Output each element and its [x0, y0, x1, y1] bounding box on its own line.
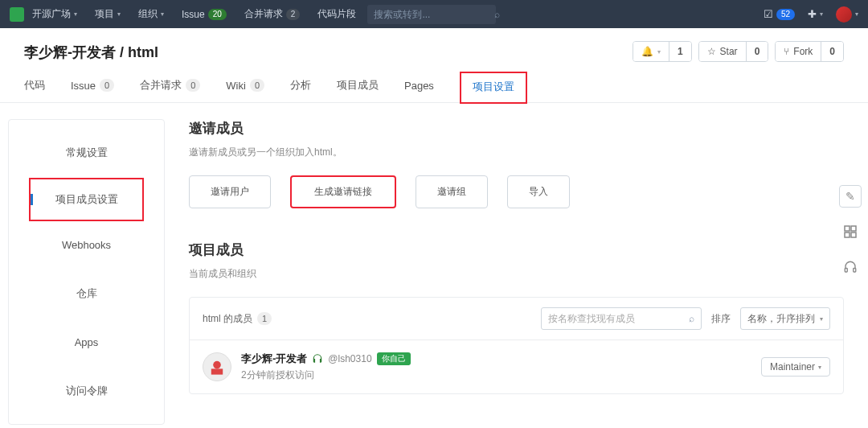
svg-rect-4 — [845, 269, 847, 273]
main-area: 常规设置 项目成员设置 Webhooks 仓库 Apps 访问令牌 邀请成员 邀… — [0, 103, 868, 428]
tab-code[interactable]: 代码 — [24, 78, 45, 102]
fork-icon: ⑂ — [784, 46, 789, 57]
notify-count[interactable]: 1 — [669, 42, 691, 61]
member-avatar[interactable] — [203, 352, 231, 381]
tab-members[interactable]: 项目成员 — [337, 78, 379, 102]
svg-rect-2 — [845, 233, 850, 237]
logo-icon[interactable] — [10, 7, 24, 22]
user-menu[interactable]: ▾ — [836, 6, 858, 23]
nav-orgs[interactable]: 组织▾ — [138, 7, 164, 21]
member-meta: 2分钟前授权访问 — [241, 368, 411, 382]
self-tag: 你自己 — [377, 352, 411, 365]
star-action[interactable]: ☆Star 0 — [698, 41, 769, 62]
chevron-down-icon: ▾ — [161, 10, 164, 18]
sort-select[interactable]: 名称，升序排列▾ — [740, 307, 830, 330]
todo-count-badge: 52 — [776, 9, 795, 20]
members-subtitle: 当前成员和组织 — [189, 267, 844, 281]
top-navbar: 开源广场▾ 项目▾ 组织▾ Issue20 合并请求2 代码片段 ⌕ ☑ 52 … — [0, 0, 868, 28]
repo-header: 🔔▾ 1 ☆Star 0 ⑂Fork 0 李少辉-开发者 / html — [0, 28, 868, 62]
invite-title: 邀请成员 — [189, 119, 844, 138]
chevron-down-icon: ▾ — [820, 10, 823, 18]
float-rail: ✎ — [839, 185, 862, 278]
nav-items: 开源广场▾ 项目▾ 组织▾ Issue20 合并请求2 代码片段 — [32, 7, 356, 21]
search-input[interactable] — [374, 9, 494, 20]
member-filter-input[interactable] — [548, 313, 689, 324]
invite-user-button[interactable]: 邀请用户 — [189, 175, 271, 208]
side-webhooks[interactable]: Webhooks — [9, 221, 164, 269]
chevron-down-icon: ▾ — [117, 10, 121, 18]
bell-icon: 🔔 — [641, 46, 653, 57]
issue-count-badge: 20 — [208, 9, 227, 20]
side-apps[interactable]: Apps — [9, 319, 164, 366]
chevron-down-icon: ▾ — [818, 364, 821, 371]
global-search[interactable]: ⌕ — [367, 5, 496, 24]
tab-wiki[interactable]: Wiki0 — [226, 78, 264, 102]
nav-issue[interactable]: Issue20 — [182, 9, 227, 20]
tab-settings[interactable]: 项目设置 — [460, 72, 527, 104]
svg-rect-3 — [851, 233, 856, 237]
svg-rect-0 — [845, 226, 850, 231]
tab-pages[interactable]: Pages — [404, 78, 434, 102]
member-filter[interactable]: ⌕ — [541, 307, 702, 330]
headphone-icon — [312, 353, 323, 364]
invite-subtitle: 邀请新成员或另一个组织加入html。 — [189, 146, 844, 159]
avatar — [836, 6, 852, 23]
todo-button[interactable]: ☑ 52 — [764, 8, 795, 20]
member-name[interactable]: 李少辉-开发者 — [241, 352, 307, 366]
invite-link-button[interactable]: 生成邀请链接 — [290, 175, 396, 208]
role-select[interactable]: Maintainer▾ — [761, 357, 830, 377]
member-handle: @lsh0310 — [328, 353, 371, 364]
side-members[interactable]: 项目成员设置 — [29, 178, 144, 221]
repo-tabs: 代码 Issue0 合并请求0 Wiki0 分析 项目成员 Pages 项目设置 — [0, 62, 868, 103]
member-count-badge: 1 — [257, 312, 272, 325]
merge-count-badge: 2 — [286, 9, 301, 20]
settings-sidebar: 常规设置 项目成员设置 Webhooks 仓库 Apps 访问令牌 — [8, 119, 165, 425]
search-icon: ⌕ — [494, 9, 500, 20]
star-icon: ☆ — [707, 46, 716, 57]
members-panel: html 的成员 1 ⌕ 排序 名称，升序排列▾ 李少辉-开发者 — [189, 297, 844, 394]
tab-merge[interactable]: 合并请求0 — [140, 78, 200, 102]
plus-icon: ✚ — [808, 8, 817, 20]
import-button[interactable]: 导入 — [507, 175, 570, 208]
nav-merge[interactable]: 合并请求2 — [244, 7, 301, 21]
nav-snippets[interactable]: 代码片段 — [317, 7, 356, 21]
check-icon: ☑ — [764, 8, 773, 20]
content-panel: 邀请成员 邀请新成员或另一个组织加入html。 邀请用户 生成邀请链接 邀请组 … — [181, 119, 852, 425]
fork-action[interactable]: ⑂Fork 0 — [775, 41, 844, 62]
side-tokens[interactable]: 访问令牌 — [9, 366, 164, 416]
invite-group-button[interactable]: 邀请组 — [416, 175, 488, 208]
search-icon: ⌕ — [689, 313, 694, 324]
nav-right: ☑ 52 ✚▾ ▾ — [764, 6, 858, 23]
sort-label: 排序 — [711, 312, 731, 326]
star-count[interactable]: 0 — [746, 42, 768, 61]
grid-icon[interactable] — [839, 220, 862, 243]
tab-issue[interactable]: Issue0 — [71, 78, 114, 102]
chevron-down-icon: ▾ — [657, 48, 661, 56]
support-icon[interactable] — [839, 256, 862, 278]
chevron-down-icon: ▾ — [820, 315, 823, 323]
svg-rect-1 — [851, 226, 856, 231]
panel-label: html 的成员 1 — [203, 312, 272, 326]
side-repo[interactable]: 仓库 — [9, 269, 164, 319]
member-row: 李少辉-开发者 @lsh0310 你自己 2分钟前授权访问 Maintainer… — [190, 340, 843, 393]
svg-rect-5 — [854, 269, 856, 273]
side-general[interactable]: 常规设置 — [9, 128, 164, 178]
nav-open-square[interactable]: 开源广场▾ — [32, 7, 77, 21]
chevron-down-icon: ▾ — [74, 10, 77, 18]
nav-projects[interactable]: 项目▾ — [95, 7, 121, 21]
notify-action[interactable]: 🔔▾ 1 — [633, 41, 692, 62]
members-title: 项目成员 — [189, 241, 844, 259]
edit-icon[interactable]: ✎ — [839, 185, 862, 208]
create-button[interactable]: ✚▾ — [808, 8, 823, 20]
tab-analytics[interactable]: 分析 — [290, 78, 311, 102]
chevron-down-icon: ▾ — [855, 10, 858, 18]
fork-count[interactable]: 0 — [821, 42, 843, 61]
